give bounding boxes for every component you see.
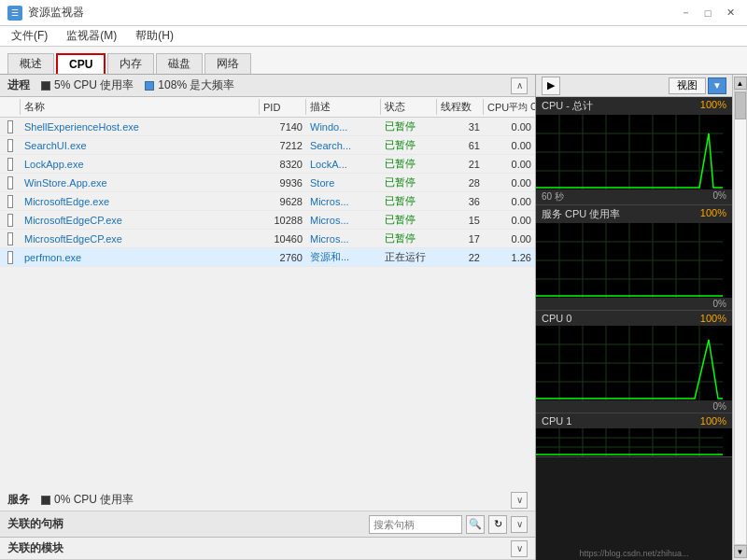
handles-search-input[interactable]	[369, 515, 462, 534]
td-name-4[interactable]: MicrosoftEdge.exe	[21, 192, 260, 210]
chart-time-label: 60 秒	[542, 190, 564, 203]
td-check-6[interactable]	[0, 230, 21, 247]
td-desc-7[interactable]: 资源和...	[306, 248, 381, 266]
process-title: 进程	[7, 77, 30, 93]
process-section-header[interactable]: 进程 5% CPU 使用率 108% 是大频率 ∧	[0, 75, 535, 97]
tab-overview[interactable]: 概述	[7, 53, 54, 74]
td-avg-6: 0.00	[484, 230, 535, 247]
td-desc-0[interactable]: Windo...	[306, 118, 381, 135]
td-check-7[interactable]	[0, 248, 21, 266]
chart-cpu1: CPU 1 100%	[536, 413, 732, 457]
scroll-down-button[interactable]: ▼	[734, 545, 747, 558]
scroll-up-button[interactable]: ▲	[734, 77, 747, 90]
title-controls: － □ ✕	[676, 5, 740, 21]
tab-network[interactable]: 网络	[204, 53, 251, 74]
minimize-button[interactable]: －	[676, 5, 695, 21]
td-desc-2[interactable]: LockA...	[306, 155, 381, 173]
handles-search-button[interactable]: 🔍	[466, 515, 485, 534]
process-collapse-button[interactable]: ∧	[511, 77, 528, 94]
table-row[interactable]: SearchUI.exe 7212 Search... 已暂停 61 0.00	[0, 136, 535, 155]
right-scrollbar[interactable]: ▲ ▼	[732, 75, 747, 560]
close-button[interactable]: ✕	[721, 5, 740, 21]
modules-collapse-button[interactable]: ∨	[511, 540, 528, 557]
td-check-3[interactable]	[0, 174, 21, 191]
td-avg-5: 0.00	[484, 211, 535, 229]
td-name-1[interactable]: SearchUI.exe	[21, 136, 260, 154]
td-name-5[interactable]: MicrosoftEdgeCP.exe	[21, 211, 260, 229]
td-pid-4: 9628	[260, 192, 306, 210]
right-expand-button[interactable]: ▶	[542, 77, 560, 95]
scroll-thumb[interactable]	[735, 91, 746, 119]
chart-label-cpu1: CPU 1 100%	[536, 413, 732, 428]
view-dropdown-button[interactable]: ▼	[708, 77, 726, 94]
td-desc-5[interactable]: Micros...	[306, 211, 381, 229]
chart-graph-cpu-total	[536, 115, 732, 189]
chart-title-service: 服务 CPU 使用率	[542, 207, 620, 221]
td-check-0[interactable]	[0, 118, 21, 135]
table-row[interactable]: MicrosoftEdgeCP.exe 10288 Micros... 已暂停 …	[0, 211, 535, 230]
table-row[interactable]: LockApp.exe 8320 LockA... 已暂停 21 0.00	[0, 155, 535, 174]
td-desc-1[interactable]: Search...	[306, 136, 381, 154]
td-threads-4: 36	[437, 192, 484, 210]
service-collapse-button[interactable]: ∨	[511, 492, 528, 509]
td-threads-6: 17	[437, 230, 484, 247]
table-row[interactable]: MicrosoftEdgeCP.exe 10460 Micros... 已暂停 …	[0, 230, 535, 248]
td-status-2: 已暂停	[381, 155, 437, 173]
td-name-2[interactable]: LockApp.exe	[21, 155, 260, 173]
tab-cpu[interactable]: CPU	[56, 53, 106, 74]
handles-section-header[interactable]: 关联的句柄 🔍 ↻ ∨	[0, 511, 535, 538]
td-name-7[interactable]: perfmon.exe	[21, 248, 260, 266]
table-row[interactable]: perfmon.exe 2760 资源和... 正在运行 22 1.26	[0, 248, 535, 267]
th-desc: 描述	[306, 99, 381, 115]
right-panel-wrapper: ▶ 视图 ▼ CPU - 总计 100%	[536, 75, 732, 560]
td-check-2[interactable]	[0, 155, 21, 173]
table-row[interactable]: WinStore.App.exe 9936 Store 已暂停 28 0.00	[0, 174, 535, 192]
menu-monitor[interactable]: 监视器(M)	[63, 27, 120, 45]
handles-collapse-button[interactable]: ∨	[511, 516, 528, 533]
chart-pct-cpu-total: 100%	[700, 99, 726, 113]
table-row[interactable]: ShellExperienceHost.exe 7140 Windo... 已暂…	[0, 118, 535, 136]
table-row[interactable]: MicrosoftEdge.exe 9628 Micros... 已暂停 36 …	[0, 192, 535, 211]
service-section-header[interactable]: 服务 0% CPU 使用率 ∨	[0, 489, 535, 511]
tab-bar: 概述 CPU 内存 磁盘 网络	[0, 47, 747, 75]
td-check-5[interactable]	[0, 211, 21, 229]
chart-footer-cpu-total: 60 秒 0%	[536, 189, 732, 204]
td-name-3[interactable]: WinStore.App.exe	[21, 174, 260, 191]
td-status-6: 已暂停	[381, 230, 437, 247]
modules-section-header[interactable]: 关联的模块 ∨	[0, 538, 535, 560]
td-avg-7: 1.26	[484, 248, 535, 266]
td-status-1: 已暂停	[381, 136, 437, 154]
th-status: 状态	[381, 99, 437, 115]
handles-refresh-button[interactable]: ↻	[488, 515, 507, 534]
tab-memory[interactable]: 内存	[107, 53, 154, 74]
td-desc-3[interactable]: Store	[306, 174, 381, 191]
menu-help[interactable]: 帮助(H)	[132, 27, 177, 45]
chart-title-cpu1: CPU 1	[542, 415, 571, 427]
td-name-6[interactable]: MicrosoftEdgeCP.exe	[21, 230, 260, 247]
app-icon: ☰	[7, 6, 22, 21]
th-name: 名称	[21, 99, 260, 115]
td-name-0[interactable]: ShellExperienceHost.exe	[21, 118, 260, 135]
tab-disk[interactable]: 磁盘	[156, 53, 203, 74]
maximize-button[interactable]: □	[698, 5, 717, 21]
td-desc-4[interactable]: Micros...	[306, 192, 381, 210]
td-threads-7: 22	[437, 248, 484, 266]
td-pid-7: 2760	[260, 248, 306, 266]
td-check-1[interactable]	[0, 136, 21, 154]
td-status-3: 已暂停	[381, 174, 437, 191]
td-pid-5: 10288	[260, 211, 306, 229]
chart-label-cpu-total: CPU - 总计 100%	[536, 97, 732, 115]
watermark-text: https://blog.csdn.net/zhihua...	[536, 549, 732, 558]
handles-title: 关联的句柄	[7, 516, 63, 532]
td-avg-2: 0.00	[484, 155, 535, 173]
menu-file[interactable]: 文件(F)	[7, 27, 51, 45]
left-panel: 进程 5% CPU 使用率 108% 是大频率 ∧ 名称 PID 描述	[0, 75, 536, 560]
td-pid-1: 7212	[260, 136, 306, 154]
td-check-4[interactable]	[0, 192, 21, 210]
td-status-7: 正在运行	[381, 248, 437, 266]
td-avg-0: 0.00	[484, 118, 535, 135]
scroll-track[interactable]	[734, 90, 747, 545]
chart-pct-cpu0: 100%	[700, 313, 726, 324]
view-button[interactable]: 视图	[669, 77, 706, 94]
td-desc-6[interactable]: Micros...	[306, 230, 381, 247]
